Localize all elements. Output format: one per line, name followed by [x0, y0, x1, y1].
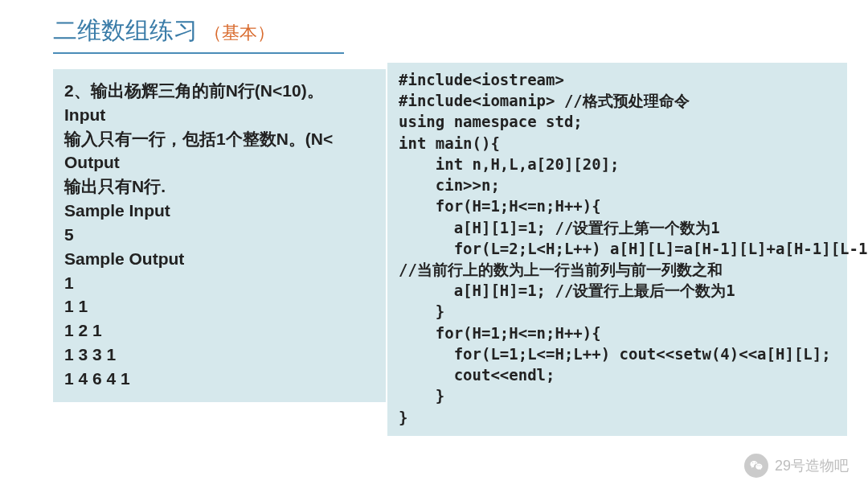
slide-title-area: 二维数组练习 （基本）: [0, 0, 868, 54]
code-line: }: [399, 385, 842, 406]
wechat-icon: [744, 454, 768, 478]
watermark: 29号造物吧: [744, 454, 849, 478]
title-sub: （基本）: [204, 23, 275, 43]
problem-line: 1 3 3 1: [64, 343, 378, 367]
problem-line: Sample Input: [64, 199, 378, 223]
code-line: using namespace std;: [399, 111, 842, 132]
code-line: for(L=1;L<=H;L++) cout<<setw(4)<<a[H][L]…: [399, 343, 842, 364]
problem-line: 输出只有N行.: [64, 175, 378, 199]
problem-line: 1: [64, 271, 378, 295]
code-line: int n,H,L,a[20][20];: [399, 154, 842, 175]
code-panel: #include<iostream>#include<iomanip> //格式…: [387, 63, 847, 436]
problem-line: 1 4 6 4 1: [64, 367, 378, 391]
problem-panel: 2、输出杨辉三角的前N行(N<10)。 Input 输入只有一行，包括1个整数N…: [53, 69, 386, 402]
code-line: for(H=1;H<=n;H++){: [399, 323, 842, 343]
problem-line: Output: [64, 150, 378, 175]
code-line: for(L=2;L<H;L++) a[H][L]=a[H-1][L]+a[H-1…: [399, 238, 842, 259]
title-underline: [53, 52, 344, 54]
problem-line: 输入只有一行，包括1个整数N。(N<: [64, 127, 378, 151]
problem-line: 2、输出杨辉三角的前N行(N<10)。: [64, 79, 378, 103]
code-line: cout<<endl;: [399, 364, 842, 385]
problem-line: 1 2 1: [64, 318, 378, 343]
title-main: 二维数组练习: [53, 17, 198, 43]
code-line: for(H=1;H<=n;H++){: [399, 195, 842, 216]
problem-line: 1 1: [64, 294, 378, 318]
code-line: #include<iostream>: [399, 69, 842, 90]
code-line: //当前行上的数为上一行当前列与前一列数之和: [399, 259, 842, 280]
problem-line: Input: [64, 103, 378, 127]
watermark-text: 29号造物吧: [775, 456, 849, 475]
problem-line: Sample Output: [64, 247, 378, 271]
code-line: }: [399, 301, 842, 322]
code-line: a[H][1]=1; //设置行上第一个数为1: [399, 217, 842, 238]
code-line: }: [399, 407, 842, 428]
problem-line: 5: [64, 223, 378, 247]
code-line: a[H][H]=1; //设置行上最后一个数为1: [399, 280, 842, 301]
code-line: cin>>n;: [399, 175, 842, 195]
code-line: int main(){: [399, 133, 842, 154]
code-line: #include<iomanip> //格式预处理命令: [399, 90, 842, 111]
